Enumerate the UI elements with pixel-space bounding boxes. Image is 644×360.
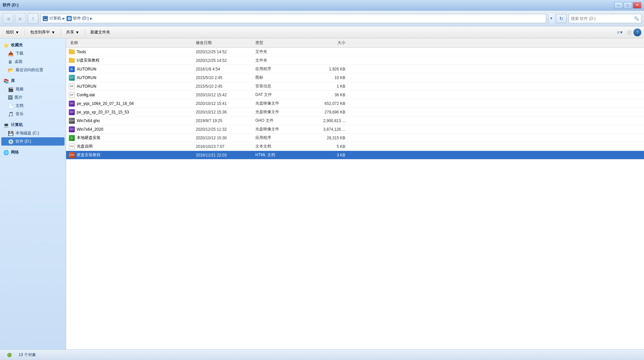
file-row[interactable]: HTM 硬盘安装教程 2016/11/21 22:03 HTML 文档 3 KB xyxy=(66,151,644,159)
music-icon: 🎵 xyxy=(8,112,14,117)
file-icon: A xyxy=(69,66,75,72)
file-name-cell: HTM 硬盘安装教程 xyxy=(69,152,194,158)
file-icon: ISO xyxy=(69,101,75,107)
file-size: 1 KB xyxy=(304,84,347,89)
forward-button[interactable]: ▶ xyxy=(15,13,26,24)
pictures-label: 图片 xyxy=(15,95,22,100)
include-in-library-button[interactable]: 包含到库中 ▼ xyxy=(27,28,59,37)
sidebar-item-drive-c[interactable]: 💾 本地磁盘 (C:) xyxy=(1,129,64,137)
file-row[interactable]: ICO AUTORUN 2015/5/10 2:45 图标 10 KB xyxy=(66,73,644,82)
search-icon: 🔍 xyxy=(634,16,639,21)
organize-button[interactable]: 组织 ▼ xyxy=(3,28,22,37)
toolbar-separator-1 xyxy=(24,29,25,36)
new-folder-label: 新建文件夹 xyxy=(90,29,110,35)
file-row[interactable]: INF AUTORUN 2015/5/10 2:45 安装信息 1 KB xyxy=(66,82,644,91)
up-button[interactable]: ↑ xyxy=(28,13,38,24)
file-row[interactable]: TXT 光盘说明 2016/10/23 7:07 文本文档 5 KB xyxy=(66,142,644,151)
address-icon: 💻 xyxy=(43,16,48,21)
navigation-bar: ◀ ▶ ↑ 💻 计算机 ▶ 💿 软件 (D:) ▶ ▼ ↻ 🔍 xyxy=(0,11,644,26)
sidebar-network-header[interactable]: 🌐 网络 xyxy=(1,148,64,157)
sidebar-computer-header[interactable]: 💻 计算机 xyxy=(1,121,64,129)
sidebar-item-music[interactable]: 🎵 音乐 xyxy=(1,110,64,118)
refresh-button[interactable]: ↻ xyxy=(556,14,567,23)
file-date: 2020/12/25 11:32 xyxy=(194,127,254,132)
file-list: Tools 2020/12/25 14:52 文件夹 U盘安装教程 2020/1… xyxy=(66,48,644,159)
file-name: Tools xyxy=(77,50,86,54)
share-label: 共享 xyxy=(66,29,74,35)
library-icon: 📚 xyxy=(3,78,9,84)
sidebar-library-header[interactable]: 📚 库 xyxy=(1,77,64,85)
back-button[interactable]: ◀ xyxy=(3,13,13,24)
sidebar-item-video[interactable]: 🎬 视频 xyxy=(1,85,64,93)
file-name-cell: ICO AUTORUN xyxy=(69,75,194,81)
file-name: AUTORUN xyxy=(77,84,96,89)
share-button[interactable]: 共享 ▼ xyxy=(63,28,83,37)
title-bar-left: 软件 (D:) xyxy=(3,2,19,8)
status-count: 13 个对象 xyxy=(19,352,36,358)
file-date: 2015/5/10 2:45 xyxy=(194,75,254,80)
file-name-cell: TXT 光盘说明 xyxy=(69,144,194,150)
file-name-cell: A AUTORUN xyxy=(69,66,194,72)
sidebar-item-downloads[interactable]: 📥 下载 xyxy=(1,49,64,58)
file-date: 2016/11/21 22:03 xyxy=(194,153,254,158)
help-button[interactable]: ? xyxy=(633,28,641,36)
file-name-cell: A 本地硬盘安装 xyxy=(69,135,194,141)
file-row[interactable]: A AUTORUN 2016/1/8 4:54 应用程序 1,926 KB xyxy=(66,65,644,73)
drive-d-label: 软件 (D:) xyxy=(16,139,31,144)
address-dropdown-button[interactable]: ▼ xyxy=(548,14,554,23)
view-mode-button[interactable]: ≡▼ xyxy=(616,28,624,36)
file-name-cell: INF AUTORUN xyxy=(69,83,194,89)
sidebar-favorites-header[interactable]: ⭐ 收藏夹 xyxy=(1,41,64,49)
file-row[interactable]: GHO Win7x64.gho 2019/9/7 19:25 GHO 文件 2,… xyxy=(66,116,644,125)
file-name-cell: ISO Win7x64_2020 xyxy=(69,126,194,132)
search-bar[interactable]: 🔍 xyxy=(569,14,641,23)
file-row[interactable]: ISO pe_yqs_xp_20_07_31_15_53 2020/10/12 … xyxy=(66,108,644,116)
view-controls: ≡▼ ⬜ ? xyxy=(616,28,641,36)
col-header-date[interactable]: 修改日期 xyxy=(194,40,254,46)
file-date: 2016/10/23 7:07 xyxy=(194,144,254,149)
title-bar-controls: ─ □ ✕ xyxy=(614,2,641,9)
file-name-cell: U盘安装教程 xyxy=(69,58,194,64)
file-date: 2020/10/12 15:41 xyxy=(194,101,254,106)
col-header-type[interactable]: 类型 xyxy=(254,40,304,46)
file-icon: TXT xyxy=(69,144,75,150)
sidebar-item-recent[interactable]: 📂 最近访问的位置 xyxy=(1,66,64,74)
drive-c-label: 本地磁盘 (C:) xyxy=(16,130,39,136)
file-area: 名称 修改日期 类型 大小 Tools 2020/12/25 14:52 文件夹… xyxy=(66,38,644,349)
file-row[interactable]: U盘安装教程 2020/12/25 14:52 文件夹 xyxy=(66,56,644,65)
file-size: 10 KB xyxy=(304,75,347,80)
search-input[interactable] xyxy=(571,16,633,21)
address-arrow-1: ▶ xyxy=(63,17,65,20)
file-name-cell: ISO pe_yqs_xp_20_07_31_15_53 xyxy=(69,109,194,115)
file-type: 图标 xyxy=(254,75,304,80)
computer-icon: 💻 xyxy=(3,122,9,128)
video-icon: 🎬 xyxy=(8,87,14,92)
include-in-library-label: 包含到库中 xyxy=(30,29,50,35)
sidebar-item-documents[interactable]: 📄 文档 xyxy=(1,102,64,110)
file-type: HTML 文档 xyxy=(254,152,304,158)
close-button[interactable]: ✕ xyxy=(633,2,641,9)
file-row[interactable]: ISO pe_yqs_1064_20_07_31_16_04 2020/10/1… xyxy=(66,99,644,108)
toolbar-separator-2 xyxy=(61,29,61,36)
file-type: 文件夹 xyxy=(254,49,304,55)
minimize-button[interactable]: ─ xyxy=(614,2,623,9)
file-row[interactable]: INF Config.dat 2020/10/12 15:42 DAT 文件 3… xyxy=(66,91,644,99)
sidebar-item-pictures[interactable]: 🖼 图片 xyxy=(1,93,64,102)
new-folder-button[interactable]: 新建文件夹 xyxy=(87,28,113,37)
preview-pane-button[interactable]: ⬜ xyxy=(625,28,633,36)
file-icon: A xyxy=(69,135,75,141)
address-bar[interactable]: 💻 计算机 ▶ 💿 软件 (D:) ▶ xyxy=(40,14,546,23)
sidebar-item-desktop[interactable]: 🖥 桌面 xyxy=(1,58,64,66)
col-header-size[interactable]: 大小 xyxy=(304,40,347,46)
file-icon: ISO xyxy=(69,109,75,115)
file-row[interactable]: Tools 2020/12/25 14:52 文件夹 xyxy=(66,48,644,56)
maximize-button[interactable]: □ xyxy=(623,2,632,9)
file-size: 3,874,126 ... xyxy=(304,127,347,132)
col-header-name[interactable]: 名称 xyxy=(69,40,194,46)
sidebar-item-drive-d[interactable]: 💿 软件 (D:) xyxy=(1,137,64,146)
main-layout: ⭐ 收藏夹 📥 下载 🖥 桌面 📂 最近访问的位置 📚 库 xyxy=(0,38,644,349)
file-type: GHO 文件 xyxy=(254,118,304,123)
file-row[interactable]: ISO Win7x64_2020 2020/12/25 11:32 光盘映像文件… xyxy=(66,125,644,134)
file-name-cell: ISO pe_yqs_1064_20_07_31_16_04 xyxy=(69,101,194,107)
file-row[interactable]: A 本地硬盘安装 2020/10/12 15:30 应用程序 28,315 KB xyxy=(66,134,644,142)
